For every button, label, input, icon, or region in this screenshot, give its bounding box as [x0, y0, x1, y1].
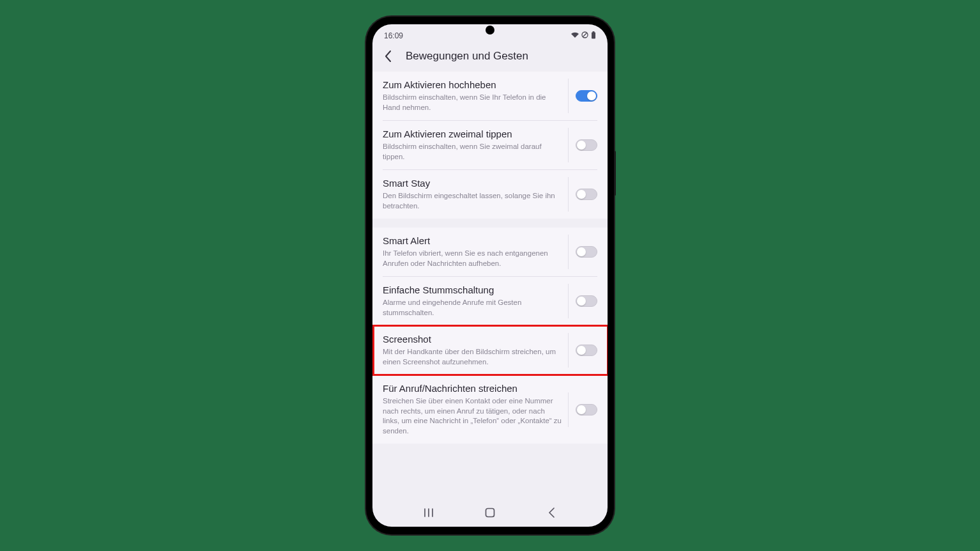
toggle-wrap [568, 404, 597, 415]
battery-icon [591, 31, 596, 41]
toggle-wrap [568, 345, 597, 356]
toggle-switch[interactable] [576, 345, 597, 356]
toggle-switch[interactable] [576, 90, 597, 102]
nav-recents-button[interactable] [421, 505, 436, 520]
navigation-bar [372, 499, 608, 527]
side-button [614, 151, 616, 196]
setting-subtitle: Alarme und eingehende Anrufe mit Gesten … [383, 298, 563, 318]
header: Bewegungen und Gesten [372, 43, 608, 72]
svg-rect-2 [592, 32, 595, 38]
setting-text: Smart AlertIhr Telefon vibriert, wenn Si… [383, 235, 568, 268]
toggle-wrap [568, 90, 597, 102]
setting-subtitle: Bildschirm einschalten, wenn Sie zweimal… [383, 142, 563, 162]
settings-group: Zum Aktivieren hochhebenBildschirm einsc… [372, 72, 608, 219]
setting-text: Zum Aktivieren zweimal tippenBildschirm … [383, 128, 568, 162]
toggle-switch[interactable] [576, 189, 597, 200]
toggle-wrap [568, 139, 597, 151]
status-time: 16:09 [384, 31, 403, 40]
setting-row[interactable]: ScreenshotMit der Handkante über den Bil… [372, 326, 608, 375]
back-button[interactable] [381, 50, 394, 63]
no-disturb-icon [581, 31, 588, 40]
screen: 16:09 Bewegungen und Gesten Zum Aktivier… [372, 24, 608, 527]
toggle-switch[interactable] [576, 139, 597, 151]
setting-title: Für Anruf/Nachrichten streichen [383, 383, 563, 394]
settings-group: Smart AlertIhr Telefon vibriert, wenn Si… [372, 228, 608, 444]
setting-row[interactable]: Smart AlertIhr Telefon vibriert, wenn Si… [372, 228, 608, 276]
setting-row[interactable]: Einfache StummschaltungAlarme und eingeh… [372, 277, 608, 325]
toggle-switch[interactable] [576, 246, 597, 258]
setting-subtitle: Den Bildschirm eingeschaltet lassen, sol… [383, 191, 563, 211]
nav-home-button[interactable] [482, 505, 498, 520]
setting-title: Smart Alert [383, 235, 563, 247]
setting-title: Smart Stay [383, 178, 563, 189]
svg-rect-3 [593, 31, 595, 33]
setting-text: ScreenshotMit der Handkante über den Bil… [383, 334, 568, 367]
chevron-left-icon [385, 50, 392, 62]
setting-text: Zum Aktivieren hochhebenBildschirm einsc… [383, 79, 568, 113]
back-icon [548, 508, 555, 518]
front-camera [486, 26, 494, 35]
recents-icon [423, 508, 434, 517]
toggle-switch[interactable] [576, 295, 597, 307]
setting-row[interactable]: Zum Aktivieren zweimal tippenBildschirm … [372, 121, 608, 169]
setting-subtitle: Bildschirm einschalten, wenn Sie Ihr Tel… [383, 93, 563, 113]
setting-text: Für Anruf/Nachrichten streichenStreichen… [383, 383, 568, 436]
setting-subtitle: Ihr Telefon vibriert, wenn Sie es nach e… [383, 249, 563, 268]
setting-title: Zum Aktivieren hochheben [383, 79, 563, 91]
toggle-switch[interactable] [576, 404, 597, 415]
wifi-icon [571, 31, 579, 40]
toggle-wrap [568, 246, 597, 258]
page-title: Bewegungen und Gesten [406, 50, 528, 63]
setting-subtitle: Mit der Handkante über den Bildschirm st… [383, 347, 563, 367]
nav-back-button[interactable] [544, 505, 559, 520]
setting-row[interactable]: Für Anruf/Nachrichten streichenStreichen… [372, 375, 608, 444]
home-icon [485, 508, 495, 518]
setting-title: Screenshot [383, 334, 563, 345]
setting-text: Einfache StummschaltungAlarme und eingeh… [383, 284, 568, 318]
phone-frame: 16:09 Bewegungen und Gesten Zum Aktivier… [366, 17, 614, 534]
setting-row[interactable]: Zum Aktivieren hochhebenBildschirm einsc… [372, 72, 608, 120]
svg-rect-7 [486, 509, 494, 517]
toggle-wrap [568, 189, 597, 200]
settings-content[interactable]: Zum Aktivieren hochhebenBildschirm einsc… [372, 72, 608, 499]
toggle-wrap [568, 295, 597, 307]
status-icons [571, 31, 596, 41]
setting-text: Smart StayDen Bildschirm eingeschaltet l… [383, 178, 568, 211]
setting-title: Einfache Stummschaltung [383, 284, 563, 296]
setting-subtitle: Streichen Sie über einen Kontakt oder ei… [383, 396, 563, 436]
svg-line-1 [583, 33, 586, 36]
setting-row[interactable]: Smart StayDen Bildschirm eingeschaltet l… [372, 170, 608, 219]
setting-title: Zum Aktivieren zweimal tippen [383, 128, 563, 140]
